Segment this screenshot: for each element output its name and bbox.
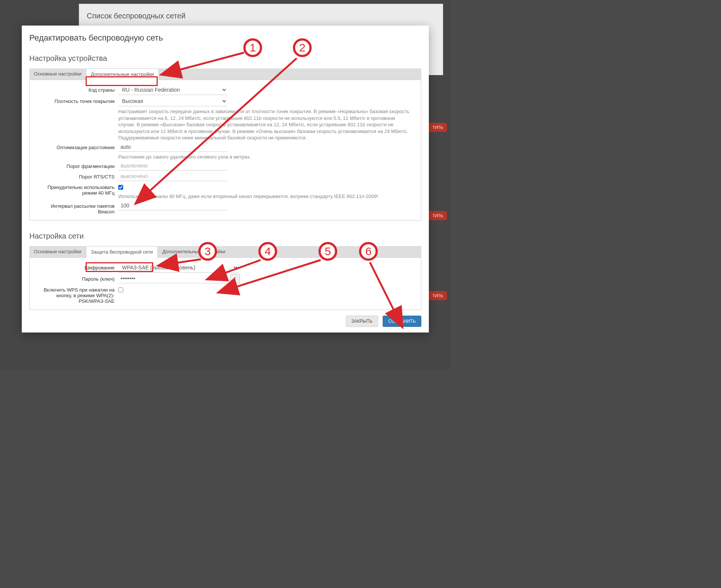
annotation-circle-4: 4 — [258, 242, 277, 261]
edit-wireless-modal: Редактировать беспроводную сеть Настройк… — [22, 26, 429, 333]
encryption-label: Шифрование — [33, 263, 118, 271]
force40-label: Принудительно использовать режим 40 МГц — [33, 182, 118, 196]
country-label: Код страны — [33, 85, 118, 93]
save-button[interactable]: СОХРАНИТЬ — [383, 316, 421, 327]
force40-help: Использовать каналы 40 МГц, даже если вт… — [118, 193, 411, 200]
annotation-circle-5: 5 — [318, 242, 337, 261]
beacon-input[interactable] — [118, 201, 227, 210]
annotation-circle-1: 1 — [243, 38, 262, 57]
annotation-circle-3: 3 — [198, 242, 217, 261]
network-section-title: Настройка сети — [29, 232, 421, 240]
force40-checkbox[interactable] — [118, 185, 123, 190]
close-button[interactable]: ЗАКРЫТЬ — [346, 316, 378, 327]
density-select[interactable]: Высокая — [118, 96, 227, 106]
rts-label: Порог RTS/CTS — [33, 172, 118, 180]
password-label: Пароль (ключ) — [33, 274, 118, 282]
rts-input[interactable] — [118, 172, 227, 181]
modal-title: Редактировать беспроводную сеть — [29, 33, 421, 43]
network-tab-security[interactable]: Защита беспроводной сети — [86, 246, 158, 258]
device-tabs: Основные настройки Дополнительные настро… — [29, 68, 421, 80]
annotation-circle-2: 2 — [293, 38, 312, 57]
password-visibility-toggle[interactable]: * — [230, 274, 240, 284]
annotation-circle-6: 6 — [359, 242, 378, 261]
encryption-select[interactable]: WPA3-SAE (высокий уровень) — [118, 263, 238, 273]
density-help: Настраивает скорость передачи данных в з… — [118, 108, 411, 141]
density-label: Плотность точек покрытия — [33, 96, 118, 104]
device-form: Код страны RU - Russian Federation Плотн… — [29, 80, 421, 221]
country-select[interactable]: RU - Russian Federation — [118, 85, 227, 95]
beacon-label: Интервал рассылки пакетов Beacon — [33, 201, 118, 215]
frag-input[interactable] — [118, 161, 227, 171]
network-tab-basic[interactable]: Основные настройки — [29, 246, 86, 257]
device-tab-advanced[interactable]: Дополнительные настройки — [86, 68, 159, 80]
device-section-title: Настройка устройства — [29, 54, 421, 63]
password-input[interactable] — [118, 274, 227, 283]
modal-footer: ЗАКРЫТЬ СОХРАНИТЬ — [29, 316, 421, 327]
distance-label: Оптимизация расстояния — [33, 142, 118, 150]
wps-label: Включить WPS при нажатии на кнопку, в ре… — [33, 285, 118, 304]
network-tab-advanced[interactable]: Дополнительные настройки — [158, 246, 230, 257]
frag-label: Порог фрагментации — [33, 161, 118, 169]
network-form: Шифрование WPA3-SAE (высокий уровень) Па… — [29, 258, 421, 310]
distance-input[interactable] — [118, 142, 227, 152]
wps-checkbox[interactable] — [118, 287, 123, 292]
distance-help: Расстояние до самого удалённого сетевого… — [118, 154, 411, 160]
device-tab-basic[interactable]: Основные настройки — [29, 68, 86, 80]
